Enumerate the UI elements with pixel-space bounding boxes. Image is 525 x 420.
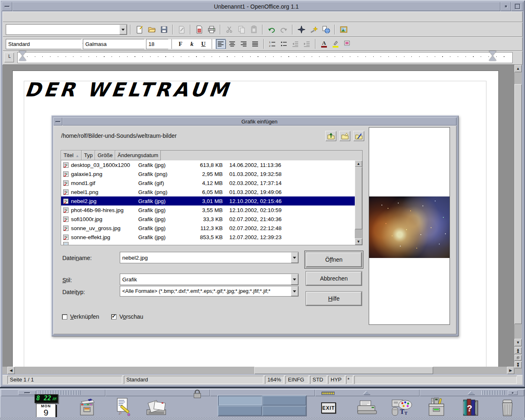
status-hyperlink-mode[interactable]: HYP bbox=[328, 376, 345, 384]
create-new-directory-button[interactable] bbox=[339, 131, 350, 141]
align-right-button[interactable] bbox=[239, 39, 249, 49]
help-viewer-button[interactable]: ? bbox=[461, 398, 481, 417]
dialog-checkbox[interactable]: ✓ Verknüpfen bbox=[62, 313, 99, 320]
subpanel-arrow-icon[interactable] bbox=[468, 391, 475, 395]
file-row[interactable]: sofi1000r.jpg Grafik (jpg) 33,3 KB 02.07… bbox=[61, 215, 356, 224]
default-directory-button[interactable] bbox=[353, 131, 364, 141]
bold-button[interactable]: F bbox=[176, 39, 185, 49]
workspace-button[interactable] bbox=[218, 396, 262, 405]
list-scroll-down-button[interactable]: ▼ bbox=[355, 238, 362, 245]
right-indent-marker[interactable] bbox=[489, 51, 496, 61]
gallery-button[interactable] bbox=[338, 24, 349, 35]
paste-button[interactable] bbox=[248, 24, 259, 35]
help-button[interactable]: Hilfe bbox=[306, 291, 362, 306]
font-color-button[interactable]: A bbox=[319, 39, 329, 49]
scroll-right-button[interactable]: ▶ bbox=[507, 367, 514, 374]
vertical-scroll-thumb[interactable] bbox=[514, 84, 522, 324]
file-list-scrollbar[interactable]: ▲ ▼ bbox=[355, 160, 362, 245]
menu-item[interactable] bbox=[16, 16, 24, 18]
window-titlebar[interactable]: Unbenannt1 - OpenOffice.org 1.1 bbox=[2, 2, 523, 11]
menu-item[interactable] bbox=[34, 16, 42, 18]
hyperlink-button[interactable] bbox=[320, 24, 331, 35]
filename-combobox[interactable] bbox=[120, 252, 299, 263]
font-size-combobox[interactable] bbox=[146, 39, 168, 49]
save-button[interactable] bbox=[158, 24, 169, 35]
undo-button[interactable] bbox=[266, 24, 277, 35]
paragraph-background-button[interactable] bbox=[342, 39, 352, 49]
panel-minimize-handle[interactable] bbox=[508, 390, 518, 395]
next-page-button[interactable]: ▼▼ bbox=[514, 361, 522, 368]
redo-button[interactable] bbox=[278, 24, 289, 35]
copy-button[interactable] bbox=[236, 24, 247, 35]
menu-item[interactable] bbox=[70, 16, 78, 18]
url-dropdown-button[interactable] bbox=[119, 25, 127, 34]
filetype-combobox[interactable] bbox=[120, 286, 299, 297]
menu-item[interactable] bbox=[43, 16, 51, 18]
style-input[interactable] bbox=[120, 274, 291, 285]
horizontal-ruler[interactable]: └ bbox=[2, 51, 523, 65]
workspace-button[interactable] bbox=[262, 406, 306, 415]
file-row[interactable]: nebel2.jpg Grafik (jpg) 3,01 MB 12.10.20… bbox=[61, 196, 356, 205]
column-header[interactable]: Typ▲ bbox=[82, 151, 95, 160]
file-row[interactable]: galaxie1.png Grafik (png) 2,95 MB 01.03.… bbox=[61, 169, 356, 178]
mailer-button[interactable] bbox=[145, 399, 167, 416]
filetype-input[interactable] bbox=[120, 286, 291, 296]
panel-minimize-handle[interactable] bbox=[18, 390, 36, 395]
open-button[interactable] bbox=[146, 24, 157, 35]
highlighting-button[interactable] bbox=[331, 39, 340, 49]
status-page-style[interactable]: Standard bbox=[124, 376, 263, 384]
file-row[interactable]: sonne_uv_gross.jpg Grafik (jpg) 112,3 KB… bbox=[61, 224, 356, 233]
filetype-dropdown-button[interactable] bbox=[291, 286, 298, 296]
checkbox-box[interactable]: ✓ bbox=[111, 314, 116, 320]
print-button[interactable] bbox=[206, 24, 217, 35]
dialog-titlebar[interactable]: Grafik einfügen bbox=[53, 117, 457, 126]
horizontal-scrollbar[interactable]: ◀ ▶ bbox=[2, 367, 514, 374]
filename-input[interactable] bbox=[120, 252, 291, 263]
export-pdf-button[interactable] bbox=[194, 24, 205, 35]
new-document-button[interactable] bbox=[134, 24, 145, 35]
window-menu-button[interactable] bbox=[2, 2, 12, 11]
trash-button[interactable] bbox=[500, 398, 515, 417]
edit-file-button[interactable] bbox=[176, 24, 187, 35]
menu-item[interactable] bbox=[52, 16, 60, 18]
left-indent-marker[interactable] bbox=[19, 51, 26, 61]
exit-button[interactable]: EXIT bbox=[321, 402, 336, 413]
application-manager-button[interactable] bbox=[426, 397, 447, 417]
bullet-list-button[interactable] bbox=[279, 39, 289, 49]
maximize-button[interactable] bbox=[511, 2, 523, 11]
style-combobox[interactable] bbox=[120, 274, 299, 285]
file-row[interactable]: mond1.gif Grafik (gif) 4,12 MB 02.03.200… bbox=[61, 178, 356, 187]
filename-dropdown-button[interactable] bbox=[291, 252, 298, 263]
previous-page-button[interactable]: ▲▲ bbox=[514, 347, 522, 354]
file-row[interactable]: nebel1.png Grafik (png) 6,05 MB 01.03.20… bbox=[61, 187, 356, 196]
open-button[interactable]: Öffnen bbox=[306, 252, 362, 267]
minimize-button[interactable] bbox=[500, 2, 511, 11]
stylist-button[interactable] bbox=[308, 24, 319, 35]
scroll-up-button[interactable]: ▲ bbox=[514, 65, 522, 72]
increase-indent-button[interactable] bbox=[302, 39, 312, 49]
underline-button[interactable]: U bbox=[199, 39, 208, 49]
italic-button[interactable]: k bbox=[187, 39, 197, 49]
align-left-button[interactable] bbox=[216, 39, 226, 49]
numbered-list-button[interactable]: 12 bbox=[267, 39, 277, 49]
font-name-combobox[interactable] bbox=[83, 39, 144, 49]
status-zoom[interactable]: 164% bbox=[265, 376, 284, 384]
workspace-button[interactable] bbox=[262, 396, 306, 405]
checkbox-box[interactable]: ✓ bbox=[62, 314, 67, 320]
navigator-button[interactable] bbox=[296, 24, 307, 35]
lock-button[interactable] bbox=[192, 389, 203, 399]
subpanel-arrow-icon[interactable] bbox=[363, 391, 370, 395]
list-scroll-thumb[interactable] bbox=[355, 167, 362, 229]
menu-item[interactable] bbox=[7, 16, 15, 18]
column-header[interactable]: Änderungsdatum▲ bbox=[115, 151, 161, 160]
printer-button[interactable] bbox=[355, 399, 378, 416]
decrease-indent-button[interactable] bbox=[290, 39, 300, 49]
status-selection-mode[interactable]: STD bbox=[310, 376, 326, 384]
file-row[interactable]: desktop_03_1600x1200 Grafik (jpg) 613,8 … bbox=[61, 160, 356, 169]
document-heading[interactable]: DER WELTRAUM bbox=[24, 78, 232, 101]
column-header[interactable]: Titel▲ bbox=[61, 151, 82, 160]
justify-button[interactable] bbox=[250, 39, 260, 49]
cut-button[interactable] bbox=[224, 24, 235, 35]
column-header[interactable]: Größe▲ bbox=[95, 151, 115, 160]
file-manager-button[interactable] bbox=[77, 397, 97, 416]
